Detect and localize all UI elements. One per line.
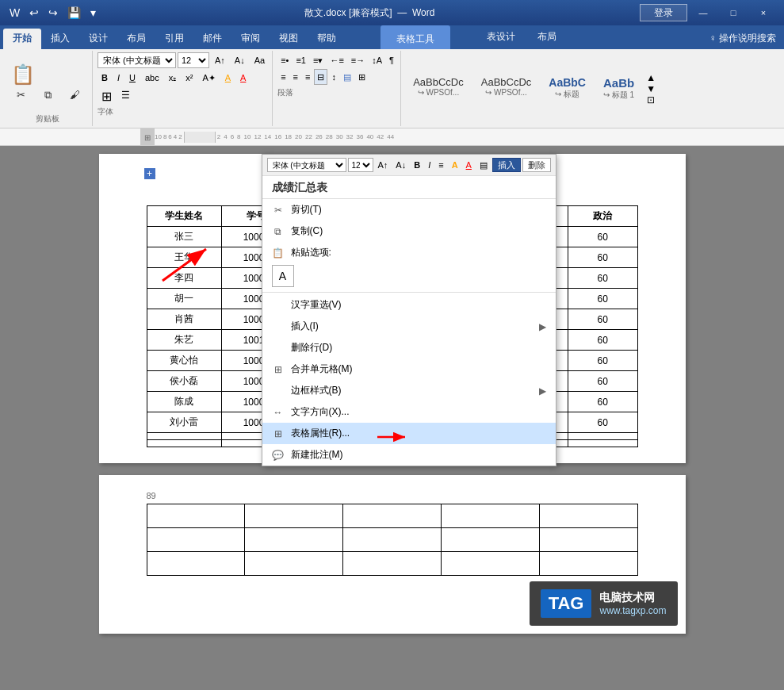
sp-cell-3-5[interactable] (539, 552, 637, 576)
style-normal[interactable]: AaBbCcDc ↪ WPSOf... (406, 72, 471, 105)
tab-table-layout[interactable]: 布局 (526, 29, 568, 45)
cut-btn[interactable]: ✂ (8, 88, 33, 102)
menu-item-delete-row[interactable]: 删除行(D) (262, 337, 556, 358)
login-button[interactable]: 登录 (640, 4, 687, 21)
tab-insert[interactable]: 插入 (41, 29, 79, 49)
mini-font-select[interactable]: 宋体 (中文标题 (267, 158, 346, 172)
table-move-handle[interactable]: + (144, 168, 155, 179)
styles-scroll-down[interactable]: ▼ (646, 83, 656, 94)
search-label[interactable]: ♀ 操作说明搜索 (709, 33, 776, 44)
mini-increase-size[interactable]: A↑ (375, 158, 392, 172)
decrease-indent-btn[interactable]: ←≡ (327, 52, 346, 68)
line-spacing-btn[interactable]: ↕ (328, 69, 339, 85)
cell-name-2[interactable]: 李四 (147, 268, 222, 289)
cell-po-4[interactable]: 60 (568, 309, 637, 330)
font-color-btn[interactable]: A (236, 70, 250, 86)
redo-btn[interactable]: ↪ (45, 5, 61, 21)
show-para-btn[interactable]: ¶ (386, 52, 397, 68)
menu-item-comment[interactable]: 💬 新建批注(M) (262, 444, 556, 466)
format-painter-btn[interactable]: 🖌 (62, 88, 87, 102)
restore-button[interactable]: □ (719, 4, 748, 21)
tab-table-design[interactable]: 表设计 (476, 29, 526, 45)
menu-item-paste[interactable]: 📋 粘贴选项: (262, 242, 556, 263)
style-no-spacing[interactable]: AaBbCcDc ↪ WPSOf... (474, 72, 539, 105)
close-button[interactable]: × (749, 4, 778, 21)
cell-name-4[interactable]: 肖茜 (147, 309, 222, 330)
bullet-list-btn[interactable]: ≡• (277, 52, 292, 68)
menu-item-copy[interactable]: ⧉ 复制(C) (262, 220, 556, 242)
sp-cell-1-5[interactable] (539, 504, 637, 528)
italic-btn[interactable]: I (113, 70, 124, 86)
mini-align[interactable]: ≡ (435, 158, 446, 172)
align-right-btn[interactable]: ≡ (302, 69, 313, 85)
shading-btn[interactable]: ☰ (117, 87, 134, 103)
menu-item-textdir[interactable]: ↔ 文字方向(X)... (262, 401, 556, 423)
tab-mailings[interactable]: 邮件 (193, 29, 231, 49)
mini-font-color[interactable]: A (463, 158, 475, 172)
cell-po-3[interactable]: 60 (568, 289, 637, 309)
mini-font-size[interactable]: 12 (348, 158, 373, 172)
mini-insert-btn[interactable]: 插入 (492, 158, 521, 172)
table-border-btn[interactable]: ⊞ (98, 87, 116, 103)
bold-btn[interactable]: B (98, 70, 112, 86)
style-heading[interactable]: AaBbC ↪ 标题 (541, 72, 593, 105)
menu-item-hanzi[interactable]: 汉字重选(V) (262, 294, 556, 316)
mini-bold[interactable]: B (411, 158, 423, 172)
sp-cell-3-1[interactable] (147, 552, 245, 576)
numbered-list-btn[interactable]: ≡1 (293, 52, 309, 68)
sp-cell-3-2[interactable] (245, 552, 343, 576)
align-center-btn[interactable]: ≡ (290, 69, 301, 85)
tab-references[interactable]: 引用 (155, 29, 193, 49)
mini-delete-btn[interactable]: 删除 (522, 158, 551, 172)
cell-name-1[interactable]: 王华 (147, 247, 222, 268)
text-effects-btn[interactable]: A✦ (198, 70, 219, 86)
tab-review[interactable]: 审阅 (231, 29, 270, 49)
sp-cell-2-2[interactable] (245, 528, 343, 552)
cell-name-3[interactable]: 胡一 (147, 289, 222, 309)
tab-design[interactable]: 设计 (79, 29, 117, 49)
shading-para-btn[interactable]: ▤ (340, 69, 354, 85)
customize-btn[interactable]: ▾ (87, 5, 99, 21)
cell-name-8[interactable]: 陈成 (147, 392, 222, 412)
sp-cell-3-3[interactable] (343, 552, 442, 576)
subscript-btn[interactable]: x₂ (165, 70, 181, 86)
styles-expand[interactable]: ⊡ (646, 94, 656, 105)
save-btn[interactable]: 💾 (64, 5, 84, 21)
borders-btn[interactable]: ⊞ (355, 69, 369, 85)
font-size-select[interactable]: 12 (178, 52, 209, 68)
mini-italic[interactable]: I (425, 158, 434, 172)
align-left-btn[interactable]: ≡ (277, 69, 289, 85)
tab-home[interactable]: 开始 (3, 29, 41, 49)
tab-layout[interactable]: 布局 (117, 29, 155, 49)
ruler-corner[interactable]: ⊞ (140, 128, 155, 146)
mini-decrease-size[interactable]: A↓ (392, 158, 409, 172)
cell-po-9[interactable]: 60 (568, 412, 637, 433)
cell-empty-0[interactable] (147, 433, 222, 440)
change-case-btn[interactable]: Aa (250, 52, 269, 68)
sp-cell-2-1[interactable] (147, 528, 245, 552)
decrease-font-btn[interactable]: A↓ (231, 52, 249, 68)
cell-name-6[interactable]: 黄心怡 (147, 351, 222, 371)
sp-cell-1-4[interactable] (441, 504, 539, 528)
cell-empty2-0[interactable] (147, 440, 222, 447)
sp-cell-1-2[interactable] (245, 504, 343, 528)
highlight-btn[interactable]: A (221, 70, 235, 86)
styles-scroll-up[interactable]: ▲ (646, 72, 656, 83)
strikethrough-btn[interactable]: abc (141, 70, 163, 86)
cell-po-8[interactable]: 60 (568, 392, 637, 412)
cell-name-7[interactable]: 侯小磊 (147, 371, 222, 392)
paste-option-1[interactable]: A (272, 265, 294, 287)
increase-indent-btn[interactable]: ≡→ (348, 52, 368, 68)
cell-empty2-6[interactable] (568, 440, 637, 447)
underline-btn[interactable]: U (125, 70, 140, 86)
font-name-select[interactable]: 宋体 (中文标题 (98, 52, 176, 68)
cell-name-5[interactable]: 朱艺 (147, 330, 222, 351)
style-heading1[interactable]: AaBb ↪ 标题 1 (596, 72, 641, 105)
mini-highlight[interactable]: A (449, 158, 461, 172)
paste-btn[interactable]: 📋 (8, 62, 87, 87)
sp-cell-3-4[interactable] (441, 552, 539, 576)
cell-name-9[interactable]: 刘小雷 (147, 412, 222, 433)
cell-name-0[interactable]: 张三 (147, 227, 222, 247)
tab-view[interactable]: 视图 (270, 29, 308, 49)
cell-po-6[interactable]: 60 (568, 351, 637, 371)
